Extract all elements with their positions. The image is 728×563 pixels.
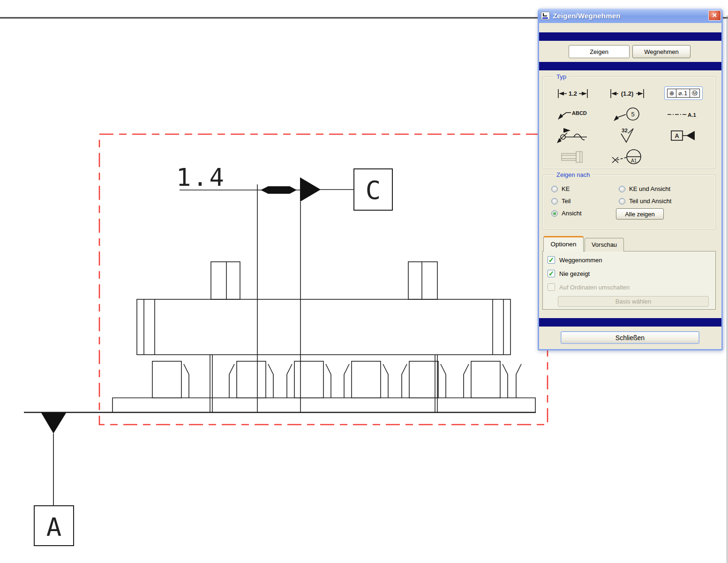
part-geometry[interactable] [24, 184, 536, 412]
svg-text:A.1: A.1 [688, 112, 697, 118]
alle-zeigen-button[interactable]: Alle zeigen [616, 208, 664, 220]
datum-triangle-icon [41, 413, 66, 434]
schliessen-button[interactable]: Schließen [561, 331, 699, 344]
datum-flag-icon [300, 177, 321, 202]
radio-ke-und-ansicht-circle[interactable] [619, 186, 625, 192]
separator-band-top [539, 32, 721, 41]
gtol-tolerance-value: ⌀.1 [676, 89, 689, 97]
separator-band-bottom [539, 318, 721, 327]
zeigen-nach-label: Zeigen nach [554, 171, 593, 178]
svg-text:(1.2): (1.2) [621, 90, 634, 97]
checkbox-nie-gezeigt[interactable]: ✓ Nie gezeigt [548, 270, 590, 277]
gtol-modifier: Ⓜ [690, 89, 700, 97]
wegnehmen-button[interactable]: Wegnehmen [632, 45, 690, 58]
dialog-app-icon [541, 12, 550, 20]
datum-axis-icon[interactable]: A.1 [667, 110, 700, 119]
typ-group-label: Typ [554, 73, 569, 80]
basis-waehlen-button: Basis wählen [558, 296, 709, 307]
slot-symbol [261, 186, 297, 194]
typ-group: Typ 1.2 [542, 76, 716, 169]
svg-text:5: 5 [631, 111, 634, 118]
radio-ke-circle[interactable] [551, 186, 558, 192]
separator-band-2 [539, 62, 721, 70]
svg-text:ABCD: ABCD [572, 110, 587, 116]
radio-ansicht-circle[interactable] [551, 210, 558, 217]
zeigen-button[interactable]: Zeigen [569, 45, 630, 58]
gtol-position-symbol: ⊕ [668, 89, 676, 97]
datum-c-annotation[interactable]: 1.4 C [176, 163, 392, 210]
radio-teil[interactable]: Teil [551, 198, 571, 205]
svg-text:32: 32 [622, 128, 628, 133]
balloon-icon[interactable]: 5 [613, 106, 642, 123]
surface-finish-icon[interactable]: 32 [618, 127, 637, 144]
close-icon[interactable]: ✕ [708, 10, 721, 21]
symbol-icon[interactable] [556, 127, 590, 144]
zeigen-wegnehmen-dialog: Zeigen/Wegnehmen ✕ Zeigen Wegnehmen Typ … [538, 8, 723, 350]
dialog-titlebar[interactable]: Zeigen/Wegnehmen ✕ [538, 8, 723, 23]
datum-a-annotation[interactable]: A [34, 413, 74, 546]
radio-ansicht[interactable]: Ansicht [551, 210, 582, 217]
svg-text:A1: A1 [631, 158, 637, 163]
dialog-title: Zeigen/Wegnehmen [553, 12, 621, 20]
radio-ke-und-ansicht[interactable]: KE und Ansicht [619, 185, 670, 192]
optionen-tab-panel: ✓ Weggenommen ✓ Nie gezeigt Auf Ordinate… [542, 251, 716, 310]
checkbox-weggenommen[interactable]: ✓ Weggenommen [548, 256, 602, 264]
radio-teil-circle[interactable] [551, 198, 558, 205]
svg-text:1.2: 1.2 [569, 90, 577, 97]
nie-gezeigt-checkbox[interactable]: ✓ [548, 270, 555, 277]
radio-teil-und-ansicht-circle[interactable] [619, 198, 625, 205]
radio-teil-und-ansicht[interactable]: Teil und Ansicht [619, 198, 671, 205]
zeigen-nach-group: Zeigen nach KE Teil Ansicht KE und Ansic… [542, 175, 716, 229]
dimension-icon[interactable]: 1.2 [556, 87, 589, 100]
weggenommen-checkbox[interactable]: ✓ [548, 256, 555, 264]
tab-optionen[interactable]: Optionen [543, 236, 584, 251]
note-icon[interactable]: ABCD [557, 108, 589, 121]
radio-ke[interactable]: KE [551, 185, 570, 192]
datum-target-icon[interactable]: A1 [611, 148, 644, 166]
typ-icon-grid: 1.2 (1.2) ⊕ [546, 83, 713, 167]
checkbox-ordinaten: Auf Ordinaten umschalten [548, 283, 630, 291]
cylinder-icon [560, 150, 585, 164]
svg-text:A: A [675, 133, 679, 139]
datum-a-label: A [46, 512, 62, 542]
finish-value-label: 1.4 [176, 163, 226, 191]
geometric-tolerance-icon[interactable]: ⊕ ⌀.1 Ⓜ [664, 86, 703, 100]
set-datum-icon[interactable]: A [670, 129, 697, 142]
ordinaten-checkbox [548, 283, 555, 291]
tab-vorschau[interactable]: Vorschau [585, 238, 624, 251]
datum-c-label: C [366, 175, 381, 205]
cad-workspace: 1.4 C A Zeigen/Wegnehmen ✕ Zeigen Wegneh… [0, 0, 728, 563]
reference-dimension-icon[interactable]: (1.2) [609, 87, 645, 100]
